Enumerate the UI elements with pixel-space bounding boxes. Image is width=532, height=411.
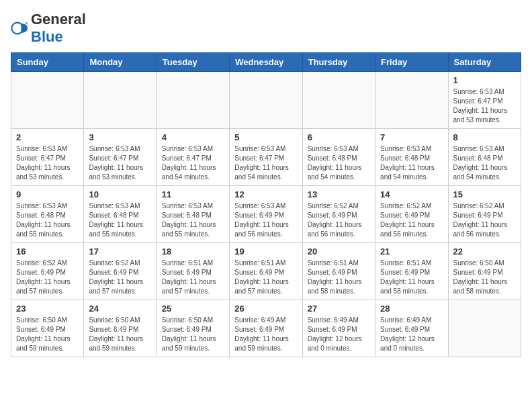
day-number: 1	[453, 75, 516, 85]
day-info: Sunrise: 6:51 AMSunset: 6:49 PMDaylight:…	[234, 259, 297, 296]
day-info: Sunrise: 6:53 AMSunset: 6:48 PMDaylight:…	[162, 201, 224, 239]
day-header-tuesday: Tuesday	[157, 53, 229, 72]
day-number: 6	[308, 132, 370, 142]
day-number: 7	[380, 132, 443, 142]
day-number: 9	[16, 189, 79, 199]
day-number: 3	[89, 132, 151, 142]
day-info: Sunrise: 6:49 AMSunset: 6:49 PMDaylight:…	[234, 316, 297, 353]
day-info: Sunrise: 6:50 AMSunset: 6:49 PMDaylight:…	[453, 259, 516, 296]
calendar-cell: 11Sunrise: 6:53 AMSunset: 6:48 PMDayligh…	[157, 186, 229, 243]
day-number: 20	[308, 246, 370, 257]
calendar-cell	[448, 300, 521, 357]
day-number: 28	[380, 304, 443, 314]
logo-icon	[11, 19, 30, 38]
day-info: Sunrise: 6:53 AMSunset: 6:48 PMDaylight:…	[380, 144, 443, 182]
day-number: 21	[380, 246, 443, 257]
calendar-cell	[84, 72, 157, 129]
day-number: 12	[234, 189, 297, 199]
logo-text-general: General	[31, 11, 86, 28]
day-info: Sunrise: 6:52 AMSunset: 6:49 PMDaylight:…	[380, 201, 443, 239]
calendar-cell: 9Sunrise: 6:53 AMSunset: 6:48 PMDaylight…	[11, 186, 84, 243]
calendar-cell: 20Sunrise: 6:51 AMSunset: 6:49 PMDayligh…	[302, 243, 375, 300]
calendar-cell: 12Sunrise: 6:53 AMSunset: 6:49 PMDayligh…	[230, 186, 302, 243]
calendar-cell: 19Sunrise: 6:51 AMSunset: 6:49 PMDayligh…	[230, 243, 302, 300]
day-info: Sunrise: 6:50 AMSunset: 6:49 PMDaylight:…	[16, 316, 79, 353]
calendar-body: 1Sunrise: 6:53 AMSunset: 6:47 PMDaylight…	[11, 72, 521, 357]
calendar-cell: 13Sunrise: 6:52 AMSunset: 6:49 PMDayligh…	[302, 186, 375, 243]
calendar-cell: 24Sunrise: 6:50 AMSunset: 6:49 PMDayligh…	[84, 300, 157, 357]
day-info: Sunrise: 6:51 AMSunset: 6:49 PMDaylight:…	[162, 259, 224, 296]
day-number: 23	[16, 304, 79, 314]
calendar-cell: 10Sunrise: 6:53 AMSunset: 6:48 PMDayligh…	[84, 186, 157, 243]
calendar-cell: 7Sunrise: 6:53 AMSunset: 6:48 PMDaylight…	[375, 129, 448, 186]
calendar-cell: 21Sunrise: 6:51 AMSunset: 6:49 PMDayligh…	[375, 243, 448, 300]
calendar-cell: 17Sunrise: 6:52 AMSunset: 6:49 PMDayligh…	[84, 243, 157, 300]
calendar-cell: 27Sunrise: 6:49 AMSunset: 6:49 PMDayligh…	[302, 300, 375, 357]
day-info: Sunrise: 6:52 AMSunset: 6:49 PMDaylight:…	[89, 259, 151, 296]
day-info: Sunrise: 6:53 AMSunset: 6:49 PMDaylight:…	[234, 201, 297, 239]
calendar-table: SundayMondayTuesdayWednesdayThursdayFrid…	[11, 52, 521, 357]
day-number: 22	[453, 246, 516, 257]
day-number: 10	[89, 189, 151, 199]
logo-text-blue: Blue	[31, 28, 63, 45]
day-number: 17	[89, 246, 151, 257]
day-info: Sunrise: 6:53 AMSunset: 6:47 PMDaylight:…	[234, 144, 297, 182]
day-number: 4	[162, 132, 224, 142]
day-number: 8	[453, 132, 516, 142]
day-info: Sunrise: 6:53 AMSunset: 6:47 PMDaylight:…	[16, 144, 79, 182]
day-info: Sunrise: 6:51 AMSunset: 6:49 PMDaylight:…	[380, 259, 443, 296]
calendar-cell: 6Sunrise: 6:53 AMSunset: 6:48 PMDaylight…	[302, 129, 375, 186]
page-header: General Blue	[11, 11, 521, 46]
calendar-week-3: 9Sunrise: 6:53 AMSunset: 6:48 PMDaylight…	[11, 186, 521, 243]
day-header-wednesday: Wednesday	[230, 53, 302, 72]
day-number: 27	[308, 304, 370, 314]
calendar-cell: 25Sunrise: 6:50 AMSunset: 6:49 PMDayligh…	[157, 300, 229, 357]
calendar-cell: 22Sunrise: 6:50 AMSunset: 6:49 PMDayligh…	[448, 243, 521, 300]
calendar-cell: 8Sunrise: 6:53 AMSunset: 6:48 PMDaylight…	[448, 129, 521, 186]
calendar-cell	[302, 72, 375, 129]
calendar-week-1: 1Sunrise: 6:53 AMSunset: 6:47 PMDaylight…	[11, 72, 521, 129]
day-info: Sunrise: 6:53 AMSunset: 6:48 PMDaylight:…	[89, 201, 151, 239]
calendar-cell	[230, 72, 302, 129]
day-info: Sunrise: 6:53 AMSunset: 6:48 PMDaylight:…	[16, 201, 79, 239]
day-number: 19	[234, 246, 297, 257]
day-info: Sunrise: 6:53 AMSunset: 6:48 PMDaylight:…	[308, 144, 370, 182]
day-info: Sunrise: 6:53 AMSunset: 6:47 PMDaylight:…	[89, 144, 151, 182]
day-number: 14	[380, 189, 443, 199]
day-info: Sunrise: 6:51 AMSunset: 6:49 PMDaylight:…	[308, 259, 370, 296]
day-header-sunday: Sunday	[11, 53, 84, 72]
calendar-cell	[157, 72, 229, 129]
calendar-cell: 18Sunrise: 6:51 AMSunset: 6:49 PMDayligh…	[157, 243, 229, 300]
day-info: Sunrise: 6:52 AMSunset: 6:49 PMDaylight:…	[453, 201, 516, 239]
day-info: Sunrise: 6:53 AMSunset: 6:48 PMDaylight:…	[453, 144, 516, 182]
day-number: 18	[162, 246, 224, 257]
calendar-cell: 28Sunrise: 6:49 AMSunset: 6:49 PMDayligh…	[375, 300, 448, 357]
calendar-cell: 3Sunrise: 6:53 AMSunset: 6:47 PMDaylight…	[84, 129, 157, 186]
calendar-cell: 2Sunrise: 6:53 AMSunset: 6:47 PMDaylight…	[11, 129, 84, 186]
day-info: Sunrise: 6:49 AMSunset: 6:49 PMDaylight:…	[308, 316, 370, 353]
calendar-week-2: 2Sunrise: 6:53 AMSunset: 6:47 PMDaylight…	[11, 129, 521, 186]
day-info: Sunrise: 6:50 AMSunset: 6:49 PMDaylight:…	[89, 316, 151, 353]
calendar-cell: 14Sunrise: 6:52 AMSunset: 6:49 PMDayligh…	[375, 186, 448, 243]
day-number: 26	[234, 304, 297, 314]
calendar-cell: 23Sunrise: 6:50 AMSunset: 6:49 PMDayligh…	[11, 300, 84, 357]
day-number: 11	[162, 189, 224, 199]
logo: General Blue	[11, 11, 86, 46]
day-number: 2	[16, 132, 79, 142]
calendar-cell: 4Sunrise: 6:53 AMSunset: 6:47 PMDaylight…	[157, 129, 229, 186]
days-header-row: SundayMondayTuesdayWednesdayThursdayFrid…	[11, 53, 521, 72]
day-number: 13	[308, 189, 370, 199]
day-info: Sunrise: 6:53 AMSunset: 6:47 PMDaylight:…	[162, 144, 224, 182]
day-info: Sunrise: 6:52 AMSunset: 6:49 PMDaylight:…	[16, 259, 79, 296]
day-number: 25	[162, 304, 224, 314]
day-number: 16	[16, 246, 79, 257]
day-info: Sunrise: 6:49 AMSunset: 6:49 PMDaylight:…	[380, 316, 443, 353]
day-number: 15	[453, 189, 516, 199]
day-number: 24	[89, 304, 151, 314]
calendar-week-5: 23Sunrise: 6:50 AMSunset: 6:49 PMDayligh…	[11, 300, 521, 357]
day-header-monday: Monday	[84, 53, 157, 72]
day-header-friday: Friday	[375, 53, 448, 72]
calendar-cell: 15Sunrise: 6:52 AMSunset: 6:49 PMDayligh…	[448, 186, 521, 243]
calendar-cell: 5Sunrise: 6:53 AMSunset: 6:47 PMDaylight…	[230, 129, 302, 186]
day-info: Sunrise: 6:50 AMSunset: 6:49 PMDaylight:…	[162, 316, 224, 353]
